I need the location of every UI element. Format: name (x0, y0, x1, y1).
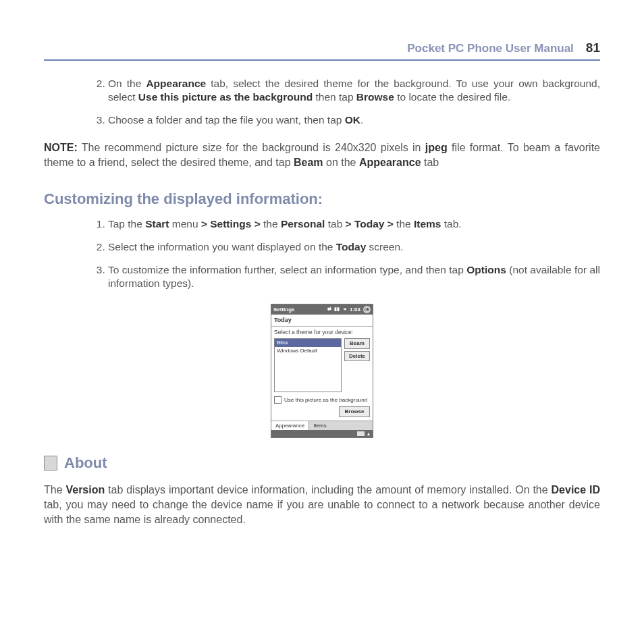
custom-step-3: To customize the information further, se… (108, 263, 600, 290)
note-paragraph: NOTE: The recommend picture size for the… (44, 140, 600, 169)
device-today-title: Today (271, 315, 373, 327)
theme-item-bliss[interactable]: Bliss (275, 339, 341, 347)
text: tab. (441, 218, 461, 230)
bold-text: Today (336, 241, 367, 252)
device-settings-label: Settings (273, 306, 295, 313)
text: tab (325, 218, 345, 230)
about-heading: About (44, 454, 600, 472)
bold-text: Device ID (552, 484, 600, 495)
text: on the (323, 157, 359, 168)
tab-items[interactable]: Items (309, 421, 331, 431)
page-number: 81 (586, 41, 600, 55)
bold-text: jpeg (425, 142, 448, 153)
text: Tap the (108, 218, 145, 230)
bold-text: Options (466, 264, 506, 275)
speaker-icon: ◄ (342, 306, 347, 312)
tab-appearance[interactable]: Appearance (271, 421, 309, 431)
step-3: Choose a folder and tap the file you wan… (108, 113, 600, 127)
device-screenshot: Settings ⇄ ▮▮ ◄ 1:03 ok Today Select a t… (271, 304, 373, 438)
text: the (261, 218, 281, 230)
text: then tap (313, 91, 356, 103)
keyboard-icon[interactable] (357, 431, 365, 436)
text: the (394, 218, 414, 230)
sip-arrow-icon[interactable]: ▴ (367, 431, 370, 437)
device-clock: 1:03 (350, 306, 360, 313)
device-prompt: Select a theme for your device: (271, 327, 373, 337)
use-picture-label: Use this picture as the background (284, 397, 367, 404)
about-paragraph: The Version tab displays important devic… (44, 483, 600, 527)
use-picture-checkbox[interactable] (274, 396, 281, 404)
bold-text: Appearance (359, 157, 421, 168)
bold-text: > Settings > (201, 218, 261, 230)
bold-text: Appearance (146, 78, 206, 89)
text: tab, you may need to change the device n… (44, 499, 600, 525)
text: . (360, 114, 363, 126)
text: menu (169, 218, 200, 230)
ok-button[interactable]: ok (363, 306, 371, 313)
device-tabs: Appearance Items (271, 421, 373, 431)
signal-icon: ▮▮ (334, 306, 340, 312)
header-title: Pocket PC Phone User Manual (407, 42, 574, 55)
bold-text: Start (145, 218, 169, 230)
bold-text: Browse (356, 91, 394, 103)
text: Select the information you want displaye… (108, 241, 336, 252)
text: tab displays important device informatio… (105, 484, 551, 495)
customizing-steps: Tap the Start menu > Settings > the Pers… (44, 217, 600, 291)
step-2: On the Appearance tab, select the desire… (108, 77, 600, 104)
browse-button[interactable]: Browse (339, 406, 370, 417)
bold-text: Version (65, 484, 105, 495)
bold-text: > Today > (346, 218, 394, 230)
bold-text: Use this picture as the background (138, 91, 313, 103)
page-header: Pocket PC Phone User Manual 81 (44, 41, 600, 61)
bold-text: Beam (294, 157, 323, 168)
text: The (44, 484, 65, 495)
beam-button[interactable]: Beam (344, 338, 370, 349)
text: To customize the information further, se… (108, 264, 466, 275)
bold-text: OK (345, 114, 360, 126)
device-titlebar: Settings ⇄ ▮▮ ◄ 1:03 ok (271, 304, 373, 315)
delete-button[interactable]: Delete (344, 351, 370, 362)
text: screen. (366, 241, 403, 252)
text: Choose a folder and tap the file you wan… (108, 114, 345, 126)
theme-listbox[interactable]: Bliss Windows Default (274, 338, 342, 392)
text: tab (421, 157, 439, 168)
custom-step-2: Select the information you want displaye… (108, 240, 600, 254)
bold-text: Items (414, 218, 441, 230)
customizing-heading: Customizing the displayed information: (44, 190, 600, 208)
about-heading-text: About (64, 454, 107, 472)
connectivity-icon: ⇄ (327, 306, 331, 312)
text: The recommend picture size for the backg… (78, 142, 425, 153)
text: On the (108, 78, 146, 89)
about-icon (44, 456, 57, 471)
note-label: NOTE: (44, 142, 78, 153)
text: to locate the desired file. (394, 91, 510, 103)
bold-text: Personal (281, 218, 325, 230)
custom-step-1: Tap the Start menu > Settings > the Pers… (108, 217, 600, 231)
theme-item-windows-default[interactable]: Windows Default (275, 347, 341, 355)
appearance-steps: On the Appearance tab, select the desire… (44, 77, 600, 127)
